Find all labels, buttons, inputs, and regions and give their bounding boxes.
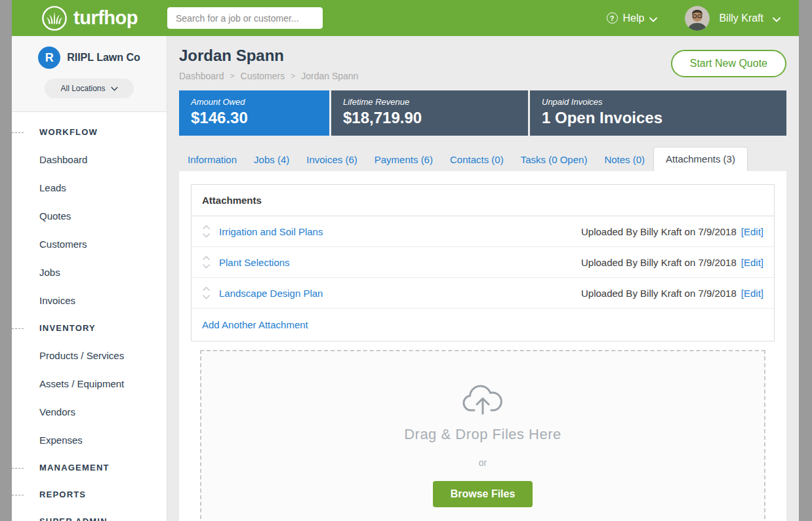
tab-attachments[interactable]: Attachments (3)	[653, 147, 748, 171]
attachment-meta: Uploaded By Billy Kraft on 7/9/2018	[581, 257, 737, 268]
sidebar: R RIIPL Lawn Co All Locations WORKFLOW D…	[12, 36, 167, 521]
stat-unpaid-invoices: Unpaid Invoices 1 Open Invoices	[530, 90, 786, 136]
chevron-up-icon	[202, 256, 211, 261]
edit-attachment-link[interactable]: [Edit]	[741, 288, 763, 299]
stat-amount-owed: Amount Owed $146.30	[179, 90, 329, 136]
left-gutter	[0, 0, 12, 521]
sidebar-nav: WORKFLOW Dashboard Leads Quotes Customer…	[12, 112, 167, 521]
attachment-link[interactable]: Irrigation and Soil Plans	[219, 226, 581, 237]
screen: turfhop ? Help	[0, 0, 812, 521]
sidebar-section-super-admin[interactable]: SUPER ADMIN	[12, 508, 167, 521]
sidebar-section-inventory[interactable]: INVENTORY	[12, 315, 167, 341]
turfhop-grass-icon	[41, 5, 68, 31]
attachment-meta: Uploaded By Billy Kraft on 7/9/2018	[581, 288, 737, 299]
attachment-row: Plant Selections Uploaded By Billy Kraft…	[192, 247, 774, 278]
stat-label: Unpaid Invoices	[542, 97, 775, 107]
cloud-upload-icon	[460, 406, 506, 417]
attachments-card: Attachments Irrigation and Soil Plans Up…	[191, 184, 775, 341]
reorder-handle[interactable]	[202, 256, 211, 269]
edit-attachment-link[interactable]: [Edit]	[741, 226, 763, 237]
breadcrumb-separator: >	[230, 71, 235, 81]
location-label: All Locations	[60, 84, 105, 93]
global-search-input[interactable]	[167, 7, 323, 29]
attachment-link[interactable]: Plant Selections	[219, 257, 581, 268]
stat-lifetime-revenue: Lifetime Revenue $18,719.90	[331, 90, 528, 136]
reorder-handle[interactable]	[202, 286, 211, 299]
sidebar-item-assets-equipment[interactable]: Assets / Equipment	[12, 370, 167, 398]
dropzone-heading: Drag & Drop Files Here	[201, 426, 764, 443]
tab-payments[interactable]: Payments (6)	[366, 148, 441, 171]
sidebar-item-products-services[interactable]: Products / Services	[12, 341, 167, 370]
tab-contacts[interactable]: Contacts (0)	[441, 148, 512, 171]
breadcrumb-separator: >	[291, 71, 295, 81]
page-header: Jordan Spann Dashboard > Customers > Jor…	[167, 36, 799, 90]
reorder-handle[interactable]	[202, 225, 211, 238]
company-logo: R	[38, 47, 60, 69]
help-label: Help	[623, 12, 645, 24]
sidebar-item-invoices[interactable]: Invoices	[12, 286, 167, 315]
stat-value: $18,719.90	[343, 109, 516, 127]
right-gutter	[799, 0, 812, 521]
tab-information[interactable]: Information	[179, 148, 245, 171]
attachment-row: Landscape Design Plan Uploaded By Billy …	[192, 278, 774, 309]
breadcrumb: Dashboard > Customers > Jordan Spann	[179, 71, 358, 81]
stat-label: Lifetime Revenue	[343, 97, 516, 107]
attachment-row: Irrigation and Soil Plans Uploaded By Bi…	[192, 216, 774, 247]
sidebar-section-management[interactable]: MANAGEMENT	[12, 454, 167, 481]
card-title: Attachments	[192, 185, 774, 216]
chevron-up-icon	[202, 286, 211, 292]
sidebar-section-workflow[interactable]: WORKFLOW	[12, 119, 167, 145]
attachments-panel: Attachments Irrigation and Soil Plans Up…	[179, 171, 786, 521]
chevron-down-icon	[773, 13, 781, 25]
attachment-link[interactable]: Landscape Design Plan	[219, 288, 581, 299]
location-selector[interactable]: All Locations	[45, 79, 133, 98]
sidebar-item-dashboard[interactable]: Dashboard	[12, 145, 167, 174]
breadcrumb-customers[interactable]: Customers	[241, 71, 285, 81]
chevron-down-icon	[202, 233, 211, 238]
user-name: Billy Kraft	[719, 12, 763, 24]
user-menu[interactable]: Billy Kraft	[685, 6, 781, 31]
brand-logo[interactable]: turfhop	[12, 5, 167, 31]
main-content: Jordan Spann Dashboard > Customers > Jor…	[167, 36, 799, 521]
user-avatar	[685, 6, 710, 31]
customer-tabs: Information Jobs (4) Invoices (6) Paymen…	[179, 147, 786, 171]
file-dropzone[interactable]: Drag & Drop Files Here or Browse Files	[200, 350, 765, 521]
app-window: turfhop ? Help	[12, 0, 799, 521]
edit-attachment-link[interactable]: [Edit]	[741, 257, 763, 268]
sidebar-item-expenses[interactable]: Expenses	[12, 426, 167, 454]
chevron-up-icon	[202, 225, 211, 230]
dropzone-or-label: or	[201, 457, 764, 468]
stat-value: 1 Open Invoices	[542, 109, 775, 127]
tab-tasks[interactable]: Tasks (0 Open)	[512, 148, 596, 171]
add-attachment-link[interactable]: Add Another Attachment	[192, 309, 774, 341]
help-menu[interactable]: ? Help	[607, 12, 658, 25]
chevron-down-icon	[111, 87, 118, 91]
stat-label: Amount Owed	[191, 97, 317, 107]
start-new-quote-button[interactable]: Start New Quote	[671, 50, 786, 77]
tab-invoices[interactable]: Invoices (6)	[298, 148, 366, 171]
chevron-down-icon	[202, 294, 211, 299]
chevron-down-icon	[649, 13, 657, 25]
chevron-down-icon	[202, 263, 211, 269]
breadcrumb-dashboard[interactable]: Dashboard	[179, 71, 224, 81]
stats-bar: Amount Owed $146.30 Lifetime Revenue $18…	[179, 90, 786, 136]
breadcrumb-current: Jordan Spann	[301, 71, 358, 81]
tab-notes[interactable]: Notes (0)	[596, 148, 653, 171]
company: R RIIPL Lawn Co	[38, 47, 140, 69]
attachment-meta: Uploaded By Billy Kraft on 7/9/2018	[581, 226, 737, 237]
brand-name: turfhop	[73, 7, 138, 29]
sidebar-company-block: R RIIPL Lawn Co All Locations	[12, 36, 167, 112]
sidebar-item-vendors[interactable]: Vendors	[12, 398, 167, 426]
sidebar-item-leads[interactable]: Leads	[12, 174, 167, 202]
page-title: Jordan Spann	[179, 47, 358, 65]
stat-value: $146.30	[191, 109, 317, 127]
help-icon: ?	[607, 12, 618, 24]
sidebar-item-jobs[interactable]: Jobs	[12, 258, 167, 286]
tab-jobs[interactable]: Jobs (4)	[245, 148, 298, 171]
sidebar-section-reports[interactable]: REPORTS	[12, 481, 167, 508]
sidebar-item-customers[interactable]: Customers	[12, 230, 167, 258]
sidebar-item-quotes[interactable]: Quotes	[12, 202, 167, 230]
topbar: turfhop ? Help	[12, 0, 799, 36]
company-name: RIIPL Lawn Co	[67, 52, 140, 64]
browse-files-button[interactable]: Browse Files	[433, 481, 533, 507]
